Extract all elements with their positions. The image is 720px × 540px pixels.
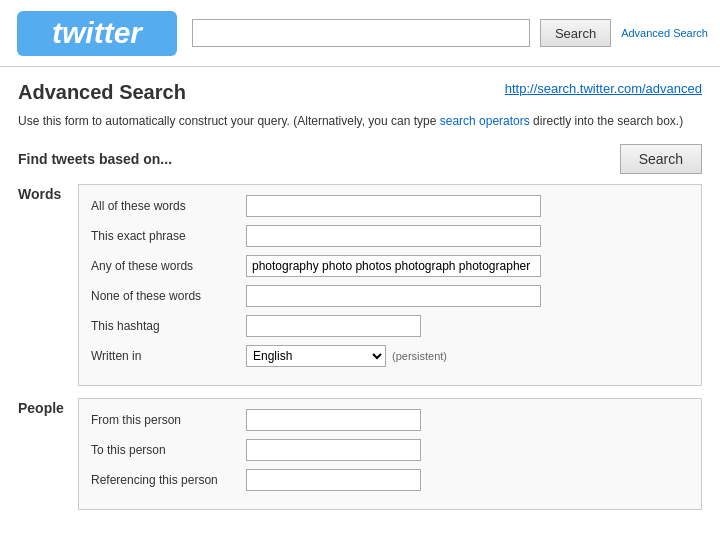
exact-phrase-row: This exact phrase <box>91 225 689 247</box>
header-search-button[interactable]: Search <box>540 19 611 47</box>
exact-phrase-label: This exact phrase <box>91 229 246 243</box>
all-words-input[interactable] <box>246 195 541 217</box>
all-words-row: All of these words <box>91 195 689 217</box>
from-person-label: From this person <box>91 413 246 427</box>
from-person-row: From this person <box>91 409 689 431</box>
people-section-box: From this person To this person Referenc… <box>78 398 702 510</box>
none-words-row: None of these words <box>91 285 689 307</box>
hashtag-input[interactable] <box>246 315 421 337</box>
any-words-label: Any of these words <box>91 259 246 273</box>
find-tweets-bar: Find tweets based on... Search <box>18 144 702 174</box>
any-words-input[interactable] <box>246 255 541 277</box>
top-area: Advanced Search http://search.twitter.co… <box>18 81 702 104</box>
page-url-link[interactable]: http://search.twitter.com/advanced <box>505 81 702 96</box>
none-words-input[interactable] <box>246 285 541 307</box>
main-search-button[interactable]: Search <box>620 144 702 174</box>
referencing-person-input[interactable] <box>246 469 421 491</box>
page-title: Advanced Search <box>18 81 186 104</box>
words-section-box: All of these words This exact phrase Any… <box>78 184 702 386</box>
hashtag-label: This hashtag <box>91 319 246 333</box>
words-section: Words All of these words This exact phra… <box>18 184 702 386</box>
any-words-row: Any of these words <box>91 255 689 277</box>
header: twitter Search Advanced Search <box>0 0 720 67</box>
logo: twitter <box>12 8 182 58</box>
all-words-label: All of these words <box>91 199 246 213</box>
advanced-search-link-header[interactable]: Advanced Search <box>621 27 708 39</box>
twitter-logo-svg: twitter <box>17 11 177 56</box>
none-words-label: None of these words <box>91 289 246 303</box>
people-section-label: People <box>18 398 78 510</box>
written-in-row: Written in English French German Spanish… <box>91 345 689 367</box>
svg-text:twitter: twitter <box>52 16 144 49</box>
from-person-input[interactable] <box>246 409 421 431</box>
description-text-1: Use this form to automatically construct… <box>18 114 440 128</box>
description-text-2: directly into the search box.) <box>530 114 683 128</box>
header-search-input[interactable] <box>192 19 530 47</box>
exact-phrase-input[interactable] <box>246 225 541 247</box>
search-operators-link[interactable]: search operators <box>440 114 530 128</box>
persistent-label: (persistent) <box>392 350 447 362</box>
main-content: Advanced Search http://search.twitter.co… <box>0 67 720 536</box>
to-person-input[interactable] <box>246 439 421 461</box>
find-tweets-label: Find tweets based on... <box>18 151 172 167</box>
description: Use this form to automatically construct… <box>18 112 702 130</box>
words-section-label: Words <box>18 184 78 386</box>
written-in-select[interactable]: English French German Spanish Italian Po… <box>246 345 386 367</box>
hashtag-row: This hashtag <box>91 315 689 337</box>
written-in-label: Written in <box>91 349 246 363</box>
to-person-label: To this person <box>91 443 246 457</box>
referencing-person-row: Referencing this person <box>91 469 689 491</box>
referencing-person-label: Referencing this person <box>91 473 246 487</box>
people-section: People From this person To this person R… <box>18 398 702 510</box>
to-person-row: To this person <box>91 439 689 461</box>
